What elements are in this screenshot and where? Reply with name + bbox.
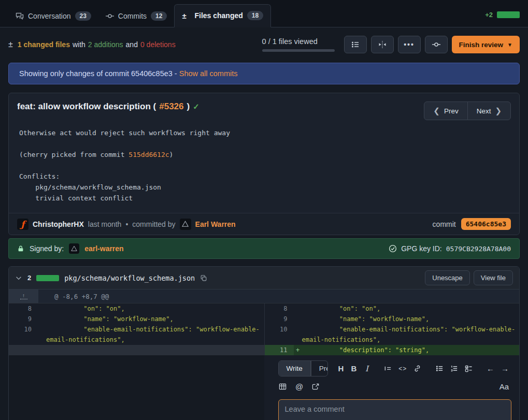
tab-commits-count: 12 [151,11,167,21]
diff-line-number[interactable]: 11 [265,345,294,355]
changed-files-text: 1 changed files [18,40,70,49]
file-name[interactable]: pkg/schema/workflow_schema.json [64,274,195,282]
commit-pager: ❮ Prev Next ❯ [424,102,511,120]
diff-line-number[interactable]: 10 [265,324,294,345]
unescape-button[interactable]: Unescape [425,270,470,285]
task-list-icon[interactable] [465,364,473,373]
author-name[interactable]: ChristopherHX [33,220,84,228]
commit-title-text: feat: allow workflow description ( [17,102,156,112]
tab-commits[interactable]: Commits 12 [98,5,175,27]
copy-filename-icon[interactable] [200,274,207,282]
more-options-button[interactable]: ••• [398,36,421,53]
tab-commits-label: Commits [118,12,147,20]
preview-tab[interactable]: Preview [311,361,328,376]
committer-avatar[interactable] [180,219,191,230]
committer-name-link[interactable]: Earl Warren [195,220,236,228]
diff-line-number[interactable]: 9 [265,314,294,324]
ordered-list-icon[interactable] [450,364,458,373]
signer-name-link[interactable]: earl-warren [84,244,123,253]
diff-left-side: 8 "on": "on",9 "name": "workflow-name",1… [9,303,264,355]
diff-line-number [9,345,38,355]
cherry-pick-hash-link[interactable]: 515dd6612c [129,151,169,158]
signed-by-label: Signed by: [30,244,64,253]
diff-line-marker [294,314,302,324]
lock-icon [17,245,24,252]
quote-icon[interactable] [384,364,392,373]
commit-title-close: ) [187,102,190,112]
gpg-key-label: GPG key ID: [401,244,442,253]
diff-line [9,345,264,355]
undo-icon[interactable]: ← [487,364,494,373]
diff-line-number[interactable]: 8 [9,303,38,314]
next-commit-button[interactable]: Next ❯ [467,102,511,120]
diff-line-code: "name": "workflow-name", [302,314,520,324]
editor-toolbar-row2: @ Aa [278,382,509,391]
commit-hash-group: commit 65406c85e3 [433,218,511,230]
diff-line: 10 "enable-email-notifications": "workfl… [265,324,520,345]
diff-style-toggle-button[interactable] [371,36,394,53]
gpg-key-value: 0579CB2928A78A00 [446,245,511,253]
tab-conversation[interactable]: Conversation 23 [8,5,98,27]
mention-icon[interactable]: @ [295,382,304,391]
additions-count: +2 [485,11,493,19]
collapse-file-icon[interactable] [15,274,22,282]
hunk-header-text: @ -8,6 +8,7 @@ [38,289,109,303]
show-all-commits-link[interactable]: Show all commits [179,69,238,78]
dot-separator: • [125,220,128,228]
table-icon[interactable] [278,382,288,391]
expand-dots [20,298,27,299]
code-icon[interactable]: <> [398,364,407,373]
gpg-key-group: GPG key ID: 0579CB2928A78A00 [389,244,511,253]
diff-line: 10 "enable-email-notifications": "workfl… [9,324,264,345]
prev-commit-button[interactable]: ❮ Prev [424,102,467,120]
commit-hash-badge[interactable]: 65406c85e3 [461,218,511,230]
diff-icon-small: ± [8,40,13,49]
signer-avatar[interactable] [69,243,79,254]
review-cluster: 0 / 1 files viewed ••• Finish review ▼ [262,36,520,53]
committed-by-label: committed by [132,220,175,228]
tab-files-changed-count: 18 [247,11,263,20]
ci-success-icon[interactable]: ✓ [193,102,199,111]
redo-icon[interactable]: → [501,364,509,373]
commit-filter-banner: Showing only changes of commit 65406c85e… [8,63,520,84]
signature-bar: Signed by: earl-warren GPG key ID: 0579C… [8,238,520,259]
diff-line-marker: + [294,345,302,355]
link-icon[interactable] [413,364,421,373]
diff-line-code [46,345,264,355]
italic-icon[interactable]: I [364,364,370,373]
text-size-toggle[interactable]: Aa [500,382,509,391]
view-file-button[interactable]: View file [474,270,513,285]
diff-line-marker [38,314,46,324]
diff-line-number[interactable]: 8 [265,303,294,314]
file-header: 2 pkg/schema/workflow_schema.json Unesca… [9,267,519,289]
write-tab[interactable]: Write [279,361,311,376]
tab-files-changed[interactable]: ± Files changed 18 [174,4,271,27]
author-avatar[interactable]: ƒ [17,219,28,230]
next-label: Next [477,107,491,115]
file-tree-toggle-button[interactable] [344,36,367,53]
comment-region-left-spacer [9,355,264,420]
author-avatar-glyph: ƒ [21,219,24,229]
comment-input[interactable] [278,399,511,420]
unordered-list-icon[interactable] [436,364,444,373]
heading-icon[interactable]: H [338,364,344,373]
issue-reference[interactable]: #5326 [159,102,183,112]
expand-hunk-button[interactable]: ↑ [9,289,38,303]
file-actions: Unescape View file [425,270,513,285]
diff-line-number[interactable]: 10 [9,324,38,345]
diff-icon: ± [182,11,190,20]
files-viewed-progressbar [262,49,335,52]
inline-comment-region: Write Preview H B I <> [9,355,519,420]
select-commit-button[interactable] [425,36,448,53]
finish-review-button[interactable]: Finish review ▼ [452,36,520,53]
diff-line: 8 "on": "on", [9,303,264,314]
bold-icon[interactable]: B [351,364,357,373]
diff-line-code: "enable-email-notifications": "workflow-… [46,324,264,345]
files-toolbar: ± 1 changed files with 2 additions and 0… [8,35,520,54]
diff-line: 8 "on": "on", [265,303,520,314]
file-additions-bar [36,275,59,281]
diff-line-number[interactable]: 9 [9,314,38,324]
hunk-header-row: ↑ @ -8,6 +8,7 @@ [9,289,519,303]
editor-toolbar: Write Preview H B I <> [278,360,509,376]
reference-icon[interactable] [311,382,321,391]
